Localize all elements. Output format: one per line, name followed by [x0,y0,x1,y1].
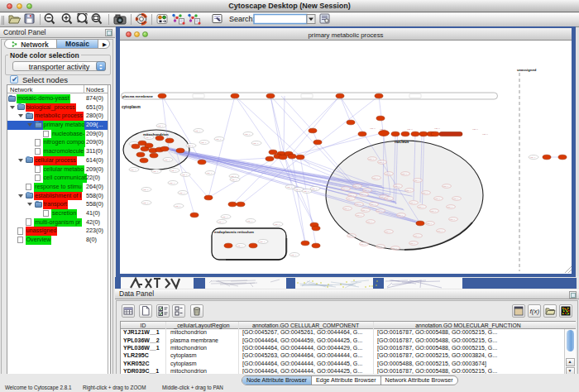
svg-text:(lab..l): (lab..l) [158,125,164,127]
svg-text:(lab..l): (lab..l) [373,177,379,179]
svg-text:(lab..l): (lab..l) [179,192,185,194]
svg-text:(lab..l): (lab..l) [369,158,375,160]
svg-text:(lab..l): (lab..l) [188,145,194,147]
svg-text:(lab..l): (lab..l) [216,138,222,141]
svg-text:(lab..l): (lab..l) [450,218,456,221]
svg-text:(lab..l): (lab..l) [195,130,201,132]
svg-text:(lab..l): (lab..l) [453,198,459,200]
svg-text:(lab..l): (lab..l) [431,210,437,213]
svg-text:(lab..l): (lab..l) [291,254,297,256]
svg-text:(lab..l): (lab..l) [364,189,370,192]
svg-text:(lab..l): (lab..l) [237,245,243,247]
svg-text:Search:: Search: [229,15,255,23]
svg-text:(lab..l): (lab..l) [223,216,228,218]
svg-text:(lab..l): (lab..l) [472,128,478,131]
svg-text:(lab..l): (lab..l) [253,142,259,145]
svg-text:(lab..l): (lab..l) [407,128,413,131]
svg-text:(lab..l): (lab..l) [182,174,188,176]
svg-text:(lab..l): (lab..l) [361,243,366,246]
svg-text:(lab..l): (lab..l) [447,206,453,208]
svg-text:(lab..l): (lab..l) [530,156,536,159]
svg-text:(lab..l): (lab..l) [379,161,385,164]
svg-text:(lab..l): (lab..l) [385,198,391,200]
svg-text:(lab..l): (lab..l) [170,182,175,184]
svg-text:endoplasmic reticulum: endoplasmic reticulum [214,230,254,234]
svg-text:cytoplasm: cytoplasm [122,105,141,109]
svg-text:(lab..l): (lab..l) [361,194,366,196]
svg-text:(lab..l): (lab..l) [260,241,266,243]
svg-text:(lab..l): (lab..l) [146,136,151,139]
svg-text:(lab..l): (lab..l) [143,202,149,204]
svg-text:(lab..l): (lab..l) [247,220,253,222]
svg-text:(lab..l): (lab..l) [414,235,420,237]
svg-text:(lab..l): (lab..l) [356,203,361,206]
svg-text:(lab..l): (lab..l) [143,189,149,191]
svg-text:(lab..l): (lab..l) [443,185,449,188]
svg-text:(lab..l): (lab..l) [410,242,416,245]
svg-text:(lab..l): (lab..l) [419,206,424,208]
svg-text:(lab..l): (lab..l) [435,198,441,200]
svg-text:(lab..l): (lab..l) [171,170,177,172]
svg-text:(lab..l): (lab..l) [295,189,301,191]
svg-text:(lab..l): (lab..l) [395,185,400,188]
svg-text:(lab..l): (lab..l) [275,223,280,226]
svg-text:(lab..l): (lab..l) [175,205,181,208]
svg-text:(lab..l): (lab..l) [482,133,488,136]
svg-text:plasma membrane: plasma membrane [122,94,153,98]
svg-text:(lab..l): (lab..l) [371,203,376,206]
svg-text:(lab..l): (lab..l) [342,188,348,190]
svg-text:(lab..l): (lab..l) [367,221,373,223]
svg-text:(lab..l): (lab..l) [423,192,428,194]
svg-text:(lab..l): (lab..l) [402,173,408,175]
svg-text:(lab..l): (lab..l) [434,127,440,130]
svg-text:(lab..l): (lab..l) [354,185,360,188]
svg-text:(lab..l): (lab..l) [131,169,136,171]
svg-text:(lab..l): (lab..l) [356,214,362,217]
svg-text:(lab..l): (lab..l) [232,179,237,181]
svg-text:(lab..l): (lab..l) [377,246,383,248]
svg-text:(lab..l): (lab..l) [218,221,224,223]
svg-text:(lab..l): (lab..l) [398,214,404,217]
svg-text:(lab..l): (lab..l) [287,186,293,189]
svg-text:(lab..l): (lab..l) [427,222,433,225]
svg-text:(lab..l): (lab..l) [312,188,318,190]
svg-text:(lab..l): (lab..l) [153,170,159,173]
svg-text:(lab..l): (lab..l) [385,173,391,175]
svg-text:(lab..l): (lab..l) [414,179,420,182]
svg-text:(lab..l): (lab..l) [348,235,354,237]
svg-text:(lab..l): (lab..l) [410,202,416,204]
svg-text:(lab..l): (lab..l) [344,208,350,210]
svg-text:(lab..l): (lab..l) [392,247,398,250]
svg-text:(lab..l): (lab..l) [165,159,170,161]
svg-text:(lab..l): (lab..l) [370,127,376,130]
svg-text:(lab..l): (lab..l) [245,133,251,136]
svg-text:(lab..l): (lab..l) [201,141,207,144]
svg-text:mitochondrion: mitochondrion [143,132,169,136]
svg-text:(lab..l): (lab..l) [304,190,309,193]
svg-text:(lab..l): (lab..l) [362,209,368,212]
svg-text:(lab..l): (lab..l) [438,230,443,232]
svg-text:f(x): f(x) [530,308,540,315]
svg-text:unassigned: unassigned [517,68,537,72]
svg-text:(lab..l): (lab..l) [377,210,383,213]
svg-text:nucleus: nucleus [395,140,409,144]
svg-text:(lab..l): (lab..l) [406,189,412,192]
svg-text:(lab..l): (lab..l) [347,198,353,200]
svg-text:(lab..l): (lab..l) [385,231,391,233]
svg-text:(lab..l): (lab..l) [207,172,213,174]
